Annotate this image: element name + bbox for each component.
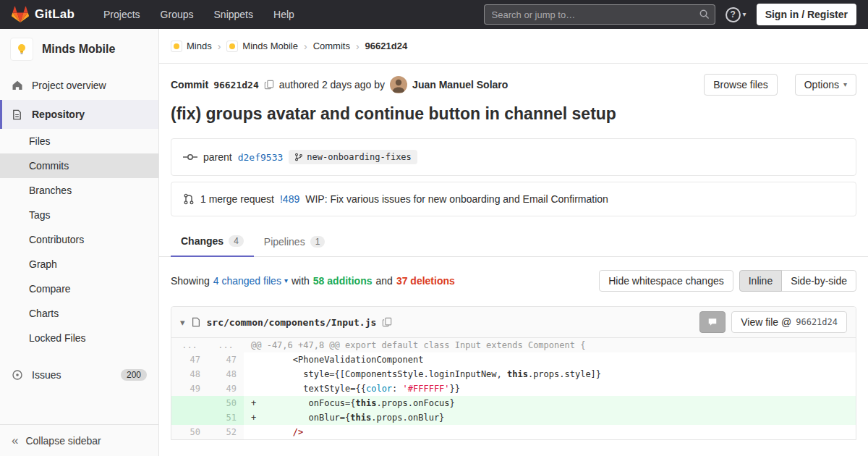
nav-link-groups[interactable]: Groups (152, 1, 203, 28)
toggle-comments-button[interactable] (699, 311, 726, 333)
search-input[interactable] (484, 4, 715, 25)
diff-new-line-number[interactable]: 49 (208, 381, 244, 396)
commit-actions: Browse files Options ▾ (704, 74, 856, 96)
sidebar-item-compare[interactable]: Compare (0, 276, 158, 301)
breadcrumb-item-96621d24[interactable]: 96621d24 (365, 41, 408, 51)
gitlab-home-link[interactable]: GitLab (12, 6, 75, 23)
breadcrumb-item-minds-mobile[interactable]: Minds Mobile (226, 41, 298, 52)
nav-link-help[interactable]: Help (265, 1, 303, 28)
nav-link-snippets[interactable]: Snippets (205, 1, 262, 28)
diff-code-cell: /> (244, 425, 856, 439)
diff-new-line-number[interactable]: 47 (208, 352, 244, 367)
project-sidebar: Minds Mobile Project overview Repository… (0, 29, 159, 456)
project-header[interactable]: Minds Mobile (0, 29, 158, 71)
diff-file-path[interactable]: src/common/components/Input.js (207, 317, 377, 328)
collapse-sidebar-button[interactable]: « Collapse sidebar (0, 424, 158, 456)
sidebar-item-repository[interactable]: Repository (0, 100, 158, 129)
sidebar-item-charts[interactable]: Charts (0, 301, 158, 326)
parent-sha-link[interactable]: d2ef9533 (238, 152, 284, 163)
deletions-count: 37 deletions (396, 275, 455, 287)
diff-old-line-number[interactable] (171, 396, 208, 410)
tab-pipelines[interactable]: Pipelines1 (254, 227, 336, 257)
diff-old-line-number[interactable]: 48 (171, 367, 208, 381)
gitlab-tanuki-icon (12, 6, 29, 23)
sidebar-item-contributors[interactable]: Contributors (0, 227, 158, 252)
commit-info-section: parent d2ef9533 new-onboarding-fixes 1 m… (159, 138, 868, 216)
diff-old-line-number[interactable]: 50 (171, 425, 208, 439)
breadcrumb-separator: › (356, 41, 359, 52)
sidebar-item-locked-files[interactable]: Locked Files (0, 326, 158, 350)
changed-files-dropdown[interactable]: 4 changed files ▾ (213, 275, 288, 287)
sidebar-item-graph[interactable]: Graph (0, 252, 158, 276)
collapse-diff-caret[interactable]: ▾ (180, 317, 185, 328)
merge-request-count: 1 merge request (200, 193, 274, 205)
sidebar-item-commits[interactable]: Commits (0, 153, 158, 178)
side-by-side-view-button[interactable]: Side-by-side (781, 270, 856, 292)
browse-files-button[interactable]: Browse files (704, 74, 777, 96)
help-menu[interactable]: ? ▾ (726, 7, 746, 22)
copy-sha-button[interactable] (264, 80, 274, 90)
comment-bubble-icon (707, 317, 718, 327)
diff-code-cell: textStyle={{color: '#FFFFFF'}} (244, 381, 856, 396)
lightbulb-icon (14, 42, 29, 56)
gitlab-wordmark: GitLab (35, 7, 75, 22)
merge-request-icon (183, 193, 195, 205)
branch-icon (294, 153, 303, 161)
project-avatar-mini (226, 41, 238, 52)
search-box (484, 4, 715, 25)
branch-label[interactable]: new-onboarding-fixes (289, 150, 417, 164)
commit-sha: 96621d24 (213, 80, 259, 90)
commit-tabs: Changes4Pipelines1 (159, 227, 868, 256)
breadcrumb-item-commits[interactable]: Commits (313, 41, 350, 51)
diff-old-line-number[interactable]: ... (171, 338, 208, 352)
diff-new-line-number[interactable]: 51 (208, 410, 244, 425)
diff-new-line-number[interactable]: ... (208, 338, 244, 352)
sidebar-item-tags[interactable]: Tags (0, 203, 158, 227)
authored-text: authored 2 days ago by (279, 79, 385, 90)
sidebar-item-issues[interactable]: Issues 200 (0, 360, 158, 389)
tab-count-badge: 1 (310, 236, 326, 248)
breadcrumb-item-minds[interactable]: Minds (171, 41, 212, 52)
merge-request-ref-link[interactable]: !489 (280, 193, 299, 205)
search-icon[interactable] (699, 9, 710, 22)
copy-icon (382, 317, 392, 327)
hide-whitespace-button[interactable]: Hide whitespace changes (599, 270, 733, 292)
repository-icon (12, 109, 23, 120)
sidebar-item-label: Project overview (32, 80, 106, 91)
diff-new-line-number[interactable]: 52 (208, 425, 244, 439)
author-avatar[interactable] (390, 76, 407, 93)
tab-count-badge: 4 (229, 235, 244, 247)
commit-icon (183, 152, 197, 162)
chevron-down-icon: ▾ (743, 11, 746, 18)
merge-request-title: WIP: Fix various issues for new onboardi… (305, 193, 608, 205)
options-dropdown-button[interactable]: Options ▾ (795, 74, 856, 96)
sidebar-item-branches[interactable]: Branches (0, 178, 158, 203)
author-name[interactable]: Juan Manuel Solaro (412, 79, 508, 90)
diff-old-line-number[interactable] (171, 410, 208, 425)
breadcrumb-label: Commits (313, 41, 350, 51)
commit-label: Commit (171, 79, 208, 90)
diff-old-line-number[interactable]: 47 (171, 352, 208, 367)
sidebar-item-files[interactable]: Files (0, 129, 158, 153)
breadcrumb-label: Minds Mobile (242, 41, 298, 51)
parent-label: parent (203, 151, 232, 163)
additions-count: 58 additions (313, 275, 373, 287)
view-file-button[interactable]: View file @ 96621d24 (731, 311, 847, 333)
diff-view-controls: Hide whitespace changes Inline Side-by-s… (599, 270, 856, 292)
sidebar-nav: Project overview Repository FilesCommits… (0, 71, 158, 389)
sign-in-button[interactable]: Sign in / Register (757, 4, 856, 25)
diff-new-line-number[interactable]: 48 (208, 367, 244, 381)
merge-request-box: 1 merge request !489 WIP: Fix various is… (171, 182, 856, 216)
project-name: Minds Mobile (42, 43, 115, 56)
tab-changes[interactable]: Changes4 (171, 227, 254, 257)
breadcrumb-separator: › (218, 41, 221, 52)
copy-path-button[interactable] (382, 317, 392, 327)
diff-new-line-number[interactable]: 50 (208, 396, 244, 410)
copy-icon (264, 80, 274, 90)
diff-code-cell: + onBlur={this.props.onBlur} (244, 410, 856, 425)
nav-link-projects[interactable]: Projects (95, 1, 149, 28)
parent-commit-box: parent d2ef9533 new-onboarding-fixes (171, 138, 856, 176)
diff-old-line-number[interactable]: 49 (171, 381, 208, 396)
sidebar-item-project-overview[interactable]: Project overview (0, 71, 158, 100)
inline-view-button[interactable]: Inline (739, 270, 782, 292)
